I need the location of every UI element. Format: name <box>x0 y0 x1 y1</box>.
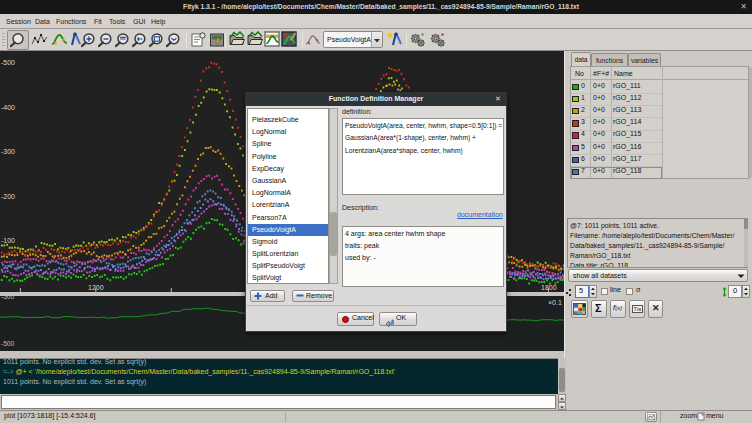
svg-text:-300: -300 <box>1 148 15 155</box>
svg-text:-200: -200 <box>1 193 15 200</box>
svg-text:1800: 1800 <box>541 284 557 291</box>
svg-text:-500: -500 <box>1 340 14 347</box>
svg-text:-500: -500 <box>1 293 14 300</box>
svg-text:×0.1: ×0.1 <box>548 299 562 306</box>
svg-text:-400: -400 <box>1 104 15 111</box>
svg-text:1200: 1200 <box>88 284 104 291</box>
svg-text:-500: -500 <box>1 59 15 66</box>
svg-text:-100: -100 <box>1 237 15 244</box>
